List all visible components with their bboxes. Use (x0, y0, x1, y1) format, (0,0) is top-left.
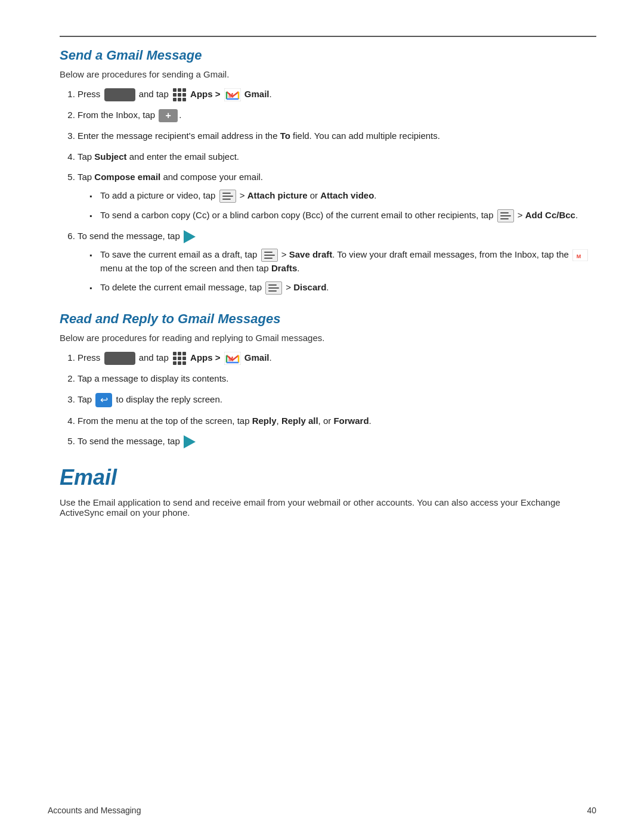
svg-text:M: M (577, 253, 581, 259)
step4-text-after: and enter the email subject. (127, 151, 239, 162)
step1-apps-label: Apps > (190, 89, 223, 99)
page: Send a Gmail Message Below are procedure… (0, 0, 644, 570)
svg-text:M: M (228, 356, 233, 363)
read-steps-list: Press and tap Apps > M (78, 351, 596, 448)
step5-text-after: and compose your email. (160, 172, 263, 182)
step3-text-after: field. You can add multiple recipients. (290, 131, 440, 141)
send-steps-list: Press and tap Apps > M (78, 88, 596, 295)
read-step-4: From the menu at the top of the screen, … (78, 414, 596, 428)
step1-text-before: Press (78, 89, 103, 99)
section-send-gmail: Send a Gmail Message Below are procedure… (60, 36, 596, 295)
email-title: Email (60, 465, 596, 490)
step6-sub-1: To save the current email as a draft, ta… (89, 248, 596, 275)
read-step-2: Tap a message to display its contents. (78, 372, 596, 386)
email-intro: Use the Email application to send and re… (60, 497, 596, 518)
menu-icon-1 (219, 190, 236, 203)
step6-sublist: To save the current email as a draft, ta… (89, 248, 596, 295)
step5-sub-1: To add a picture or video, tap > Attach … (89, 189, 596, 203)
footer: Accounts and Messaging 40 (48, 806, 596, 815)
step5-text-plain: Tap (78, 172, 94, 182)
gmail-icon-2: M (224, 352, 241, 365)
gmail-icon: M (224, 88, 241, 101)
step5-sublist: To add a picture or video, tap > Attach … (89, 189, 596, 222)
read-step-3: Tap ↩ to display the reply screen. (78, 393, 596, 407)
step3-bold: To (280, 131, 290, 141)
send-step-3: Enter the message recipient's email addr… (78, 129, 596, 143)
apps-grid-icon (173, 88, 186, 101)
home-button-icon (104, 88, 135, 101)
section-send-intro: Below are procedures for sending a Gmail… (60, 69, 596, 79)
svg-text:M: M (228, 92, 233, 99)
step4-bold: Subject (94, 151, 126, 162)
step1-gmail-label: Gmail (244, 89, 270, 99)
send-icon-1 (184, 230, 196, 243)
home-button-icon-2 (104, 352, 135, 365)
section-email: Email Use the Email application to send … (60, 465, 596, 518)
footer-right: 40 (587, 806, 596, 815)
reply-icon: ↩ (95, 393, 112, 407)
send-step-5: Tap Compose email and compose your email… (78, 171, 596, 222)
step1-text-middle: and tap (139, 89, 171, 99)
send-step-6: To send the message, tap To save the cur… (78, 230, 596, 295)
apps-grid-icon-2 (173, 352, 186, 365)
send-step-2: From the Inbox, tap +. (78, 109, 596, 122)
section-send-title: Send a Gmail Message (60, 48, 596, 63)
step6-sub-2: To delete the current email message, tap… (89, 281, 596, 295)
send-step-1: Press and tap Apps > M (78, 88, 596, 101)
read-step-1: Press and tap Apps > M (78, 351, 596, 365)
menu-icon-2 (497, 209, 514, 222)
compose-icon: + (159, 109, 178, 122)
step2-text: From the Inbox, tap (78, 110, 157, 120)
send-icon-2 (184, 435, 196, 448)
menu-icon-3 (261, 249, 278, 262)
menu-icon-4 (265, 281, 282, 295)
step5-bold: Compose email (94, 172, 160, 182)
section-read-intro: Below are procedures for reading and rep… (60, 333, 596, 343)
section-read-reply: Read and Reply to Gmail Messages Below a… (60, 311, 596, 448)
step3-text-plain: Enter the message recipient's email addr… (78, 131, 280, 141)
step4-text-plain: Tap (78, 151, 94, 162)
send-step-4: Tap Subject and enter the email subject. (78, 150, 596, 164)
footer-left: Accounts and Messaging (48, 806, 141, 815)
read-step-5: To send the message, tap (78, 435, 596, 448)
section-read-title: Read and Reply to Gmail Messages (60, 311, 596, 327)
step5-sub-2: To send a carbon copy (Cc) or a blind ca… (89, 209, 596, 222)
step6-text-plain: To send the message, tap (78, 231, 182, 241)
gmail-icon-draft: M (572, 249, 588, 261)
